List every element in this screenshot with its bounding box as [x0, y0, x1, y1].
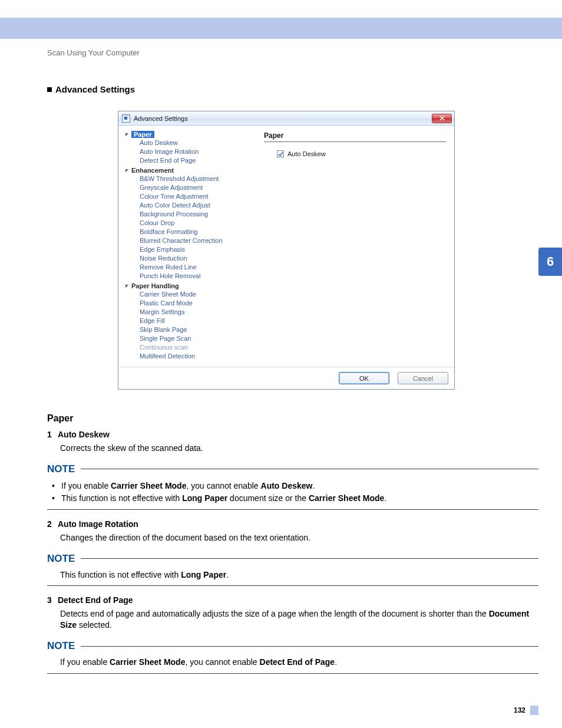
note-rule-icon	[81, 558, 538, 559]
tree-item[interactable]: Auto Image Rotation	[140, 147, 256, 156]
item-title: Auto Image Rotation	[58, 519, 138, 529]
dialog-footer: OK Cancel	[118, 367, 454, 389]
note-heading: NOTE	[47, 640, 538, 652]
item-number: 3	[47, 595, 58, 605]
tree-node-label: Enhancement	[131, 167, 174, 174]
collapse-icon	[124, 284, 129, 288]
checkbox-icon	[277, 150, 284, 157]
auto-deskew-checkbox[interactable]: Auto Deskew	[277, 150, 446, 157]
app-icon	[122, 114, 130, 123]
tree-item[interactable]: Blurred Character Correction	[140, 236, 256, 245]
tree-item[interactable]: Plastic Card Mode	[140, 299, 256, 308]
ok-button[interactable]: OK	[339, 372, 389, 384]
note-rule-icon	[47, 509, 538, 510]
tree-node-label: Paper	[131, 131, 154, 138]
collapse-icon	[124, 132, 129, 137]
note-heading: NOTE	[47, 553, 538, 565]
footer-bar-icon	[530, 706, 538, 715]
note-line: This function is not effective with Long…	[60, 569, 538, 581]
panel-title: Paper	[264, 131, 446, 142]
tree-item[interactable]: Punch Hole Removal	[140, 272, 256, 281]
advanced-settings-dialog: Advanced Settings Paper	[118, 111, 455, 390]
tree-item[interactable]: Single Page Scan	[140, 334, 256, 343]
tree-item[interactable]: Remove Ruled Line	[140, 263, 256, 272]
tree-item[interactable]: Margin Settings	[140, 308, 256, 317]
item-text: Detects end of page and automatically ad…	[60, 608, 538, 631]
tree-node-enhancement[interactable]: Enhancement	[122, 166, 256, 174]
tree-item[interactable]: Continuous scan	[140, 343, 256, 352]
note-label: NOTE	[47, 463, 75, 475]
dialog-panel: Paper Auto Deskew	[260, 126, 454, 367]
tree-item[interactable]: Boldface Formatting	[140, 228, 256, 236]
tree-item[interactable]: Skip Blank Page	[140, 325, 256, 334]
close-icon	[439, 115, 445, 122]
section-title: Advanced Settings	[47, 84, 538, 94]
tree-item[interactable]: Edge Emphasis	[140, 245, 256, 254]
collapse-icon	[124, 168, 129, 173]
tree-item[interactable]: Detect End of Page	[140, 156, 256, 165]
item-heading-3: 3Detect End of Page	[47, 595, 538, 605]
tree-item[interactable]: Greyscale Adjustment	[140, 183, 256, 192]
paper-heading: Paper	[47, 413, 538, 424]
tree-node-label: Paper Handling	[131, 282, 179, 289]
page-number: 132	[514, 706, 525, 714]
item-text: Corrects the skew of the scanned data.	[60, 443, 538, 454]
checkbox-label: Auto Deskew	[287, 150, 326, 157]
tree-item[interactable]: Colour Tone Adjustment	[140, 192, 256, 201]
note-heading: NOTE	[47, 463, 538, 475]
note-rule-icon	[81, 646, 538, 647]
item-title: Detect End of Page	[58, 595, 133, 605]
note-line: If you enable Carrier Sheet Mode, you ca…	[60, 657, 538, 668]
note-rule-icon	[47, 585, 538, 586]
dialog-titlebar: Advanced Settings	[118, 111, 454, 126]
chapter-tab: 6	[538, 248, 562, 276]
item-heading-1: 1Auto Deskew	[47, 430, 538, 439]
item-number: 2	[47, 519, 58, 529]
settings-tree: Paper Auto Deskew Auto Image Rotation De…	[118, 126, 260, 367]
item-heading-2: 2Auto Image Rotation	[47, 519, 538, 529]
note-rule-icon	[81, 469, 538, 469]
square-bullet-icon	[47, 87, 52, 92]
header-band	[0, 18, 562, 39]
note-list: •If you enable Carrier Sheet Mode, you c…	[52, 480, 538, 505]
tree-node-paper[interactable]: Paper	[122, 130, 256, 139]
close-button[interactable]	[432, 114, 452, 123]
note-rule-icon	[47, 673, 538, 674]
tree-item[interactable]: Multifeed Detection	[140, 352, 256, 361]
item-number: 1	[47, 430, 58, 439]
tree-item[interactable]: Noise Reduction	[140, 254, 256, 263]
note-label: NOTE	[47, 640, 75, 652]
cancel-button[interactable]: Cancel	[398, 372, 448, 384]
tree-item[interactable]: Auto Deskew	[140, 139, 256, 147]
tree-item[interactable]: Colour Drop	[140, 219, 256, 228]
tree-item[interactable]: Background Processing	[140, 210, 256, 219]
note-line: If you enable Carrier Sheet Mode, you ca…	[61, 480, 315, 492]
tree-item[interactable]: Auto Color Detect Adjust	[140, 201, 256, 210]
note-label: NOTE	[47, 553, 75, 565]
section-title-text: Advanced Settings	[55, 84, 135, 94]
note-line: This function is not effective with Long…	[61, 492, 386, 505]
page-footer: 132	[514, 706, 538, 715]
dialog-title: Advanced Settings	[134, 115, 432, 122]
tree-item[interactable]: Edge Fill	[140, 317, 256, 325]
item-text: Changes the direction of the document ba…	[60, 532, 538, 543]
item-title: Auto Deskew	[58, 430, 110, 439]
breadcrumb: Scan Using Your Computer	[47, 48, 538, 57]
tree-item[interactable]: B&W Threshold Adjustment	[140, 174, 256, 183]
tree-node-paper-handling[interactable]: Paper Handling	[122, 282, 256, 290]
tree-item[interactable]: Carrier Sheet Mode	[140, 290, 256, 299]
